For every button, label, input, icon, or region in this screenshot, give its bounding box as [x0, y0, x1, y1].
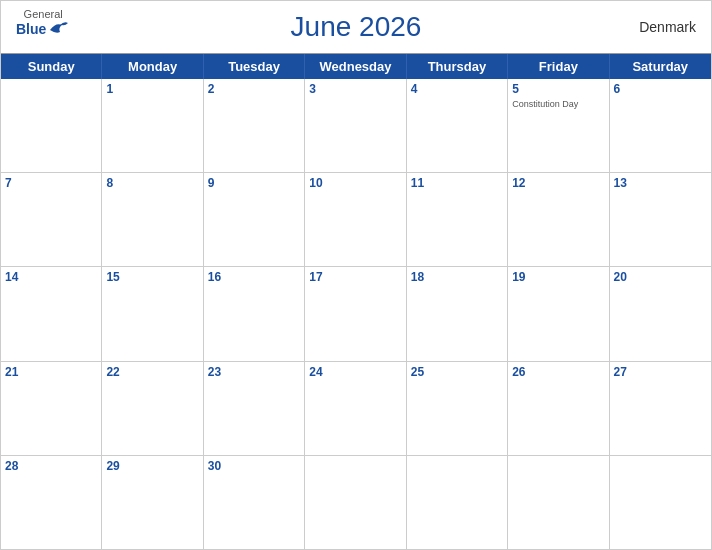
day-cell: 9 — [204, 173, 305, 266]
day-cell: 7 — [1, 173, 102, 266]
day-number: 17 — [309, 270, 401, 286]
day-cell: 29 — [102, 456, 203, 549]
day-number: 1 — [106, 82, 198, 98]
day-cell — [305, 456, 406, 549]
day-number: 20 — [614, 270, 707, 286]
country-label: Denmark — [639, 19, 696, 35]
day-cell: 30 — [204, 456, 305, 549]
day-number: 19 — [512, 270, 604, 286]
day-header-monday: Monday — [102, 54, 203, 79]
day-number: 18 — [411, 270, 503, 286]
day-cell: 10 — [305, 173, 406, 266]
day-cell: 16 — [204, 267, 305, 360]
day-cell: 1 — [102, 79, 203, 172]
day-cell: 8 — [102, 173, 203, 266]
calendar: General Blue June 2026 Denmark SundayMon… — [0, 0, 712, 550]
day-number: 3 — [309, 82, 401, 98]
day-header-wednesday: Wednesday — [305, 54, 406, 79]
day-cell — [610, 456, 711, 549]
day-cell: 6 — [610, 79, 711, 172]
day-number: 5 — [512, 82, 604, 98]
day-cell: 3 — [305, 79, 406, 172]
day-number: 15 — [106, 270, 198, 286]
day-number: 16 — [208, 270, 300, 286]
day-cell — [508, 456, 609, 549]
day-cell: 27 — [610, 362, 711, 455]
day-number: 10 — [309, 176, 401, 192]
day-cell: 17 — [305, 267, 406, 360]
week-row-4: 21222324252627 — [1, 362, 711, 456]
day-number: 25 — [411, 365, 503, 381]
day-cell: 25 — [407, 362, 508, 455]
day-header-sunday: Sunday — [1, 54, 102, 79]
day-number: 27 — [614, 365, 707, 381]
day-number: 7 — [5, 176, 97, 192]
day-cell: 22 — [102, 362, 203, 455]
day-number: 9 — [208, 176, 300, 192]
day-cell: 14 — [1, 267, 102, 360]
day-cell: 12 — [508, 173, 609, 266]
day-cell: 20 — [610, 267, 711, 360]
day-cell: 13 — [610, 173, 711, 266]
day-cell: 24 — [305, 362, 406, 455]
holiday-name: Constitution Day — [512, 99, 604, 110]
day-cell: 23 — [204, 362, 305, 455]
day-cell: 5Constitution Day — [508, 79, 609, 172]
day-cell: 15 — [102, 267, 203, 360]
day-cell: 11 — [407, 173, 508, 266]
weeks-container: 12345Constitution Day6789101112131415161… — [1, 79, 711, 549]
day-cell: 19 — [508, 267, 609, 360]
week-row-1: 12345Constitution Day6 — [1, 79, 711, 173]
day-cell: 2 — [204, 79, 305, 172]
day-number: 26 — [512, 365, 604, 381]
day-number: 2 — [208, 82, 300, 98]
day-number: 4 — [411, 82, 503, 98]
logo: General Blue — [16, 9, 70, 38]
calendar-grid: SundayMondayTuesdayWednesdayThursdayFrid… — [1, 53, 711, 549]
day-headers-row: SundayMondayTuesdayWednesdayThursdayFrid… — [1, 54, 711, 79]
day-number: 22 — [106, 365, 198, 381]
day-cell: 18 — [407, 267, 508, 360]
logo-general: General — [24, 9, 63, 20]
day-number: 13 — [614, 176, 707, 192]
day-header-friday: Friday — [508, 54, 609, 79]
logo-bird-icon — [48, 20, 70, 38]
calendar-header: General Blue June 2026 Denmark — [1, 1, 711, 53]
day-header-thursday: Thursday — [407, 54, 508, 79]
week-row-3: 14151617181920 — [1, 267, 711, 361]
day-cell: 4 — [407, 79, 508, 172]
day-header-saturday: Saturday — [610, 54, 711, 79]
day-number: 24 — [309, 365, 401, 381]
day-cell — [1, 79, 102, 172]
day-cell: 26 — [508, 362, 609, 455]
day-number: 11 — [411, 176, 503, 192]
day-header-tuesday: Tuesday — [204, 54, 305, 79]
day-number: 23 — [208, 365, 300, 381]
week-row-2: 78910111213 — [1, 173, 711, 267]
day-number: 6 — [614, 82, 707, 98]
day-number: 29 — [106, 459, 198, 475]
week-row-5: 282930 — [1, 456, 711, 549]
day-number: 12 — [512, 176, 604, 192]
month-title: June 2026 — [291, 11, 422, 43]
day-cell: 28 — [1, 456, 102, 549]
day-number: 14 — [5, 270, 97, 286]
day-number: 21 — [5, 365, 97, 381]
day-number: 30 — [208, 459, 300, 475]
day-number: 28 — [5, 459, 97, 475]
day-cell — [407, 456, 508, 549]
logo-blue: Blue — [16, 22, 46, 36]
day-cell: 21 — [1, 362, 102, 455]
day-number: 8 — [106, 176, 198, 192]
